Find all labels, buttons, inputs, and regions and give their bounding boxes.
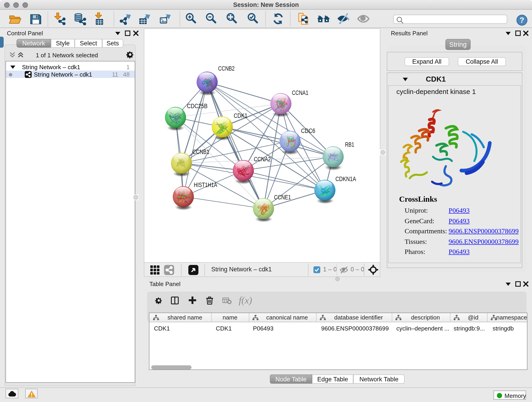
svg-text:CDC6: CDC6 — [301, 128, 315, 134]
svg-text:RB1: RB1 — [345, 141, 354, 148]
svg-text:CCNE1: CCNE1 — [274, 194, 291, 201]
svg-text:CDC25B: CDC25B — [187, 103, 208, 109]
svg-text:HIST1H1A: HIST1H1A — [194, 182, 217, 188]
svg-text:?: ? — [520, 16, 525, 24]
svg-text:CDKN1A: CDKN1A — [336, 176, 356, 182]
svg-text:CDK1: CDK1 — [234, 112, 247, 119]
svg-text:CCNB2: CCNB2 — [218, 65, 234, 72]
svg-text:CCNB1: CCNB1 — [192, 148, 209, 155]
svg-text:CCNA2: CCNA2 — [254, 156, 271, 163]
svg-text:CCNA1: CCNA1 — [292, 89, 308, 96]
